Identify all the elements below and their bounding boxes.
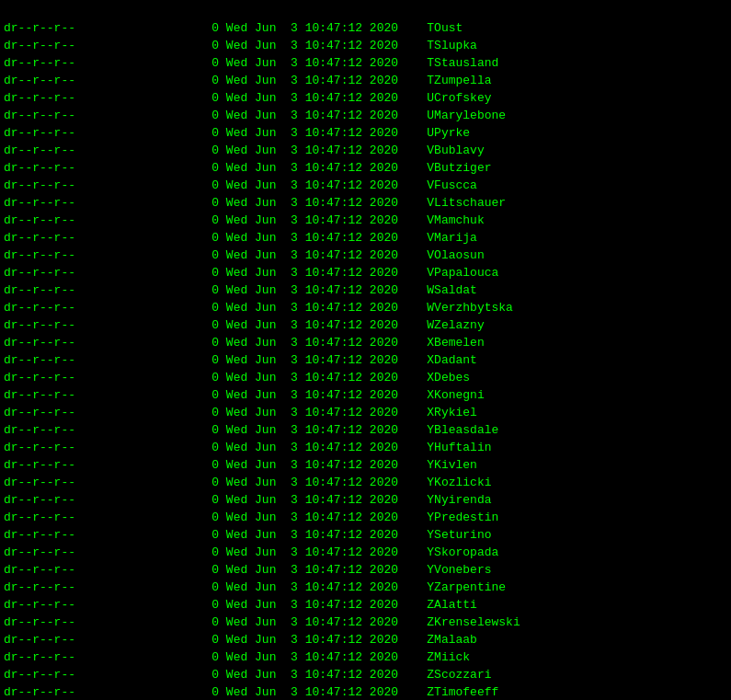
list-item: dr--r--r-- 0 Wed Jun 3 10:47:12 2020 YSk… bbox=[4, 544, 727, 561]
list-item: dr--r--r-- 0 Wed Jun 3 10:47:12 2020 YBl… bbox=[4, 421, 727, 439]
list-item: dr--r--r-- 0 Wed Jun 3 10:47:12 2020 YSe… bbox=[4, 526, 727, 544]
list-item: dr--r--r-- 0 Wed Jun 3 10:47:12 2020 XDa… bbox=[4, 351, 727, 369]
list-item: dr--r--r-- 0 Wed Jun 3 10:47:12 2020 ZMa… bbox=[4, 631, 727, 648]
list-item: dr--r--r-- 0 Wed Jun 3 10:47:12 2020 XKo… bbox=[4, 386, 727, 404]
list-item: dr--r--r-- 0 Wed Jun 3 10:47:12 2020 ZTi… bbox=[4, 683, 727, 700]
list-item: dr--r--r-- 0 Wed Jun 3 10:47:12 2020 YKi… bbox=[4, 456, 727, 474]
list-item: dr--r--r-- 0 Wed Jun 3 10:47:12 2020 WVe… bbox=[4, 299, 727, 316]
list-item: dr--r--r-- 0 Wed Jun 3 10:47:12 2020 UPy… bbox=[4, 124, 727, 142]
list-item: dr--r--r-- 0 Wed Jun 3 10:47:12 2020 TZu… bbox=[4, 72, 727, 89]
list-item: dr--r--r-- 0 Wed Jun 3 10:47:12 2020 VBu… bbox=[4, 142, 727, 159]
list-item: dr--r--r-- 0 Wed Jun 3 10:47:12 2020 VLi… bbox=[4, 194, 727, 212]
list-item: dr--r--r-- 0 Wed Jun 3 10:47:12 2020 XBe… bbox=[4, 334, 727, 351]
list-item: dr--r--r-- 0 Wed Jun 3 10:47:12 2020 YPr… bbox=[4, 509, 727, 526]
terminal-output: dr--r--r-- 0 Wed Jun 3 10:47:12 2020 TOu… bbox=[0, 0, 731, 700]
list-item: dr--r--r-- 0 Wed Jun 3 10:47:12 2020 YVo… bbox=[4, 561, 727, 579]
list-item: dr--r--r-- 0 Wed Jun 3 10:47:12 2020 UCr… bbox=[4, 89, 727, 107]
list-item: dr--r--r-- 0 Wed Jun 3 10:47:12 2020 VFu… bbox=[4, 177, 727, 194]
list-item: dr--r--r-- 0 Wed Jun 3 10:47:12 2020 ZAl… bbox=[4, 596, 727, 614]
list-item: dr--r--r-- 0 Wed Jun 3 10:47:12 2020 UMa… bbox=[4, 107, 727, 124]
list-item: dr--r--r-- 0 Wed Jun 3 10:47:12 2020 XRy… bbox=[4, 404, 727, 421]
list-item: dr--r--r-- 0 Wed Jun 3 10:47:12 2020 VMa… bbox=[4, 229, 727, 247]
list-item: dr--r--r-- 0 Wed Jun 3 10:47:12 2020 XDe… bbox=[4, 369, 727, 386]
list-item: dr--r--r-- 0 Wed Jun 3 10:47:12 2020 VOl… bbox=[4, 247, 727, 264]
list-item: dr--r--r-- 0 Wed Jun 3 10:47:12 2020 YKo… bbox=[4, 474, 727, 491]
list-item: dr--r--r-- 0 Wed Jun 3 10:47:12 2020 VBu… bbox=[4, 159, 727, 177]
list-item: dr--r--r-- 0 Wed Jun 3 10:47:12 2020 YNy… bbox=[4, 491, 727, 509]
list-item: dr--r--r-- 0 Wed Jun 3 10:47:12 2020 WSa… bbox=[4, 281, 727, 299]
list-item: dr--r--r-- 0 Wed Jun 3 10:47:12 2020 ZKr… bbox=[4, 614, 727, 631]
list-item: dr--r--r-- 0 Wed Jun 3 10:47:12 2020 TOu… bbox=[4, 19, 727, 37]
list-item: dr--r--r-- 0 Wed Jun 3 10:47:12 2020 TSt… bbox=[4, 54, 727, 72]
list-item: dr--r--r-- 0 Wed Jun 3 10:47:12 2020 VPa… bbox=[4, 264, 727, 281]
list-item: dr--r--r-- 0 Wed Jun 3 10:47:12 2020 YHu… bbox=[4, 439, 727, 456]
list-item: dr--r--r-- 0 Wed Jun 3 10:47:12 2020 ZSc… bbox=[4, 666, 727, 683]
list-item: dr--r--r-- 0 Wed Jun 3 10:47:12 2020 TSl… bbox=[4, 37, 727, 54]
list-item: dr--r--r-- 0 Wed Jun 3 10:47:12 2020 YZa… bbox=[4, 579, 727, 596]
list-item: dr--r--r-- 0 Wed Jun 3 10:47:12 2020 ZMi… bbox=[4, 648, 727, 666]
list-item: dr--r--r-- 0 Wed Jun 3 10:47:12 2020 VMa… bbox=[4, 212, 727, 229]
list-item: dr--r--r-- 0 Wed Jun 3 10:47:12 2020 WZe… bbox=[4, 316, 727, 334]
